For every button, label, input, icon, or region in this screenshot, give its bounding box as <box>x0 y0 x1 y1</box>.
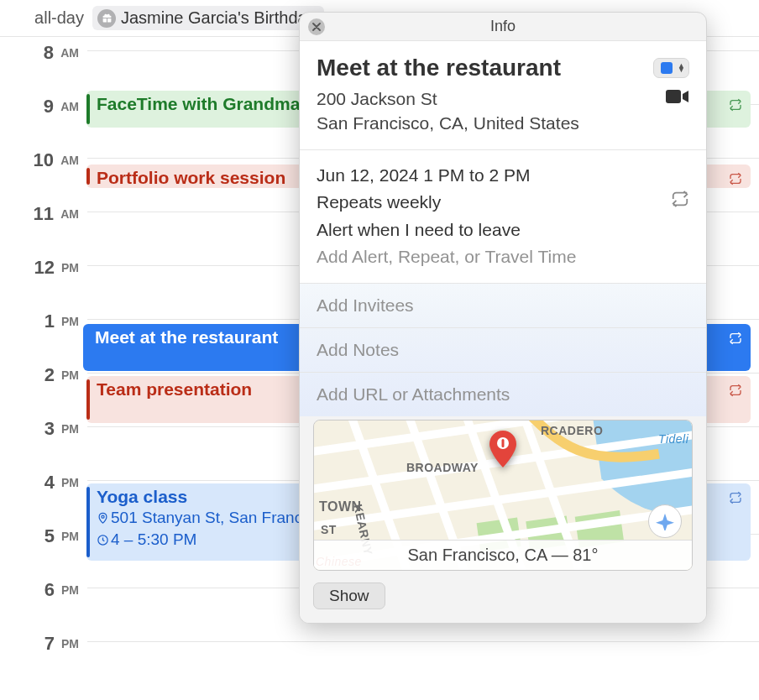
event-title: Meet at the restaurant <box>95 327 278 347</box>
map-pin-icon <box>489 431 517 471</box>
show-button[interactable]: Show <box>313 582 385 609</box>
event-title: Yoga class <box>97 487 187 506</box>
event-time-section: Jun 12, 2024 1 PM to 2 PM Repeats weekly… <box>300 150 706 284</box>
event-header-section: Meet at the restaurant ▲▼ 200 Jackson St… <box>300 41 706 150</box>
calendar-swatch-icon <box>661 62 673 74</box>
event-alert-field[interactable]: Alert when I need to leave <box>317 217 689 244</box>
event-datetime-field[interactable]: Jun 12, 2024 1 PM to 2 PM <box>317 162 689 190</box>
svg-point-0 <box>102 515 104 518</box>
popover-header: Info <box>300 13 706 41</box>
repeat-icon <box>671 189 689 217</box>
add-alert-repeat-travel[interactable]: Add Alert, Repeat, or Travel Time <box>317 243 689 271</box>
popover-title: Info <box>490 18 516 35</box>
location-pin-icon <box>97 510 109 529</box>
event-title: Portfolio work session <box>97 168 285 187</box>
repeat-icon <box>729 96 742 109</box>
repeat-icon <box>729 170 742 183</box>
event-title: Team presentation <box>97 379 252 399</box>
add-url-attachments-field[interactable]: Add URL or Attachments <box>300 373 706 416</box>
add-invitees-field[interactable]: Add Invitees <box>300 284 706 328</box>
calendar-color-picker[interactable]: ▲▼ <box>653 58 689 78</box>
birthday-chip[interactable]: Jasmine Garcia's Birthday <box>92 6 324 30</box>
map-water-label: Tideli <box>658 432 688 446</box>
clock-icon <box>97 532 109 551</box>
repeat-icon <box>729 488 742 502</box>
map-street-label: BROADWAY <box>406 461 479 474</box>
birthday-chip-label: Jasmine Garcia's Birthday <box>121 8 316 28</box>
map-street-label: RCADERO <box>541 424 603 437</box>
gift-icon <box>97 9 116 28</box>
event-title: FaceTime with Grandma <box>97 94 300 113</box>
popover-footer: Show <box>300 571 706 623</box>
all-day-label: all-day <box>22 8 84 28</box>
location-map[interactable]: BROADWAY KEARNY TOWN ST RCADERO Tideli C… <box>313 420 693 571</box>
map-compass-icon[interactable] <box>648 504 682 538</box>
svg-rect-16 <box>502 439 505 447</box>
chevron-updown-icon: ▲▼ <box>678 64 685 72</box>
map-street-label: ST <box>321 523 337 536</box>
close-button[interactable] <box>308 18 325 35</box>
event-title-field[interactable]: Meet at the restaurant <box>317 55 643 81</box>
map-weather-label: San Francisco, CA — 81° <box>314 540 692 570</box>
svg-rect-2 <box>666 90 681 103</box>
add-notes-field[interactable]: Add Notes <box>300 328 706 373</box>
event-info-popover: Info Meet at the restaurant ▲▼ 200 Jacks… <box>299 12 707 624</box>
repeat-icon <box>729 381 742 394</box>
map-area-label: TOWN <box>319 499 362 515</box>
event-location-field[interactable]: 200 Jackson St San Francisco, CA, United… <box>317 86 651 136</box>
event-repeat-field[interactable]: Repeats weekly <box>317 189 441 217</box>
video-call-icon[interactable] <box>661 88 689 108</box>
repeat-icon <box>729 329 742 342</box>
